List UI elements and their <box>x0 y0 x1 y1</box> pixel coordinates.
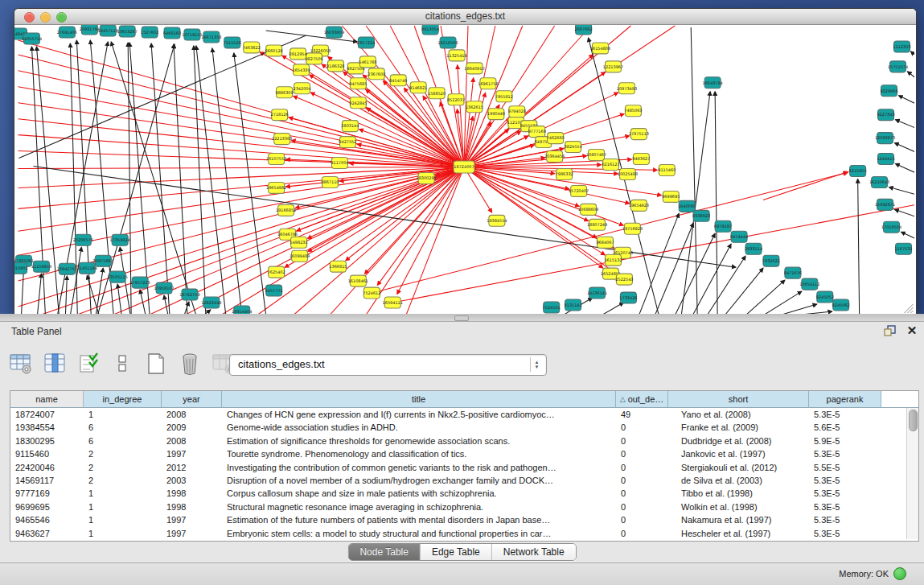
cell-pagerank[interactable]: 5.3E-5 <box>809 501 881 513</box>
selected-node[interactable] <box>529 126 545 138</box>
node[interactable] <box>422 25 438 35</box>
cell-in_degree[interactable]: 2 <box>84 461 162 474</box>
selected-node[interactable] <box>449 50 465 61</box>
table-row[interactable]: 2242004622012Investigating the contribut… <box>10 461 906 474</box>
node[interactable] <box>358 37 374 48</box>
node[interactable] <box>896 243 912 254</box>
edge[interactable] <box>745 280 785 315</box>
edge[interactable] <box>194 46 206 315</box>
cell-year[interactable]: 1997 <box>162 447 222 460</box>
selected-node[interactable] <box>368 68 384 80</box>
cell-year[interactable]: 2008 <box>162 408 222 421</box>
edge[interactable] <box>889 187 914 196</box>
cell-title[interactable]: Embryonic stem cells: a model to study s… <box>222 527 616 540</box>
edge[interactable] <box>65 276 67 315</box>
selected-node[interactable] <box>327 60 343 72</box>
node[interactable] <box>817 291 833 303</box>
close-panel-icon[interactable]: ✕ <box>905 323 919 338</box>
edge[interactable] <box>602 303 624 315</box>
node[interactable] <box>79 262 95 274</box>
cell-in_degree[interactable]: 6 <box>84 435 162 447</box>
table-row[interactable]: 946362711997Embryonic stem cells: a mode… <box>10 527 906 540</box>
node[interactable] <box>833 299 849 311</box>
selected-node[interactable] <box>331 158 347 169</box>
node[interactable] <box>24 33 40 44</box>
node[interactable] <box>100 25 116 36</box>
cell-in_degree[interactable]: 1 <box>84 527 162 540</box>
cell-short[interactable]: Stergiakouli et al. (2012) <box>668 461 809 474</box>
selected-node[interactable] <box>350 275 366 286</box>
cell-in_degree[interactable]: 1 <box>84 513 162 526</box>
cell-name[interactable]: 9115460 <box>10 447 84 460</box>
selected-node[interactable] <box>618 83 634 94</box>
column-visibility-icon[interactable] <box>42 352 68 376</box>
edge[interactable] <box>19 35 306 159</box>
edge[interactable] <box>895 209 914 218</box>
new-table-icon[interactable] <box>143 352 169 376</box>
node[interactable] <box>156 282 172 294</box>
selected-node[interactable] <box>244 42 260 53</box>
selected-node[interactable] <box>603 159 619 171</box>
edge[interactable] <box>692 244 731 315</box>
column-header-year[interactable]: year <box>162 391 222 408</box>
edge[interactable] <box>234 53 266 315</box>
cell-out_de[interactable]: 49 <box>616 408 668 421</box>
cell-name[interactable]: 19384554 <box>10 421 84 434</box>
selected-node[interactable] <box>663 191 679 202</box>
node[interactable] <box>164 27 180 39</box>
selected-node[interactable] <box>390 75 406 86</box>
cell-title[interactable]: Disruption of a novel member of a sodium… <box>222 474 616 487</box>
edge[interactable] <box>174 44 187 315</box>
node[interactable] <box>704 77 721 89</box>
resize-grip-icon[interactable] <box>910 311 913 313</box>
selected-node[interactable] <box>480 78 496 89</box>
cell-pagerank[interactable]: 5.5E-5 <box>809 461 881 474</box>
table-chooser-dropdown[interactable]: citations_edges.txt ▲▼ <box>229 354 547 376</box>
cell-short[interactable]: Jankovic et al. (1997) <box>668 447 809 460</box>
selected-node[interactable] <box>410 82 426 93</box>
selected-node[interactable] <box>454 161 474 173</box>
select-rows-icon[interactable] <box>76 352 101 376</box>
cell-year[interactable]: 1998 <box>162 501 222 513</box>
selected-node[interactable] <box>359 56 376 68</box>
selected-node[interactable] <box>589 219 606 230</box>
node[interactable] <box>142 27 158 38</box>
cell-name[interactable]: 22420046 <box>10 461 84 474</box>
cell-in_degree[interactable]: 1 <box>84 487 162 500</box>
column-header-short[interactable]: short <box>668 391 809 408</box>
selected-node[interactable] <box>466 101 483 113</box>
selected-node[interactable] <box>466 63 483 74</box>
selected-edge[interactable] <box>18 135 464 167</box>
selected-node[interactable] <box>292 250 308 262</box>
edge[interactable] <box>22 268 24 315</box>
node[interactable] <box>59 27 75 38</box>
edge[interactable] <box>266 31 358 42</box>
cell-year[interactable]: 2008 <box>162 435 222 447</box>
panel-resize-divider[interactable] <box>0 314 924 322</box>
edge[interactable] <box>140 290 146 315</box>
edge[interactable] <box>899 96 915 106</box>
cell-name[interactable]: 9699695 <box>10 501 84 513</box>
edge[interactable] <box>725 268 763 315</box>
vertical-scrollbar[interactable] <box>906 408 918 539</box>
cell-pagerank[interactable]: 5.9E-5 <box>809 435 881 447</box>
edge[interactable] <box>896 164 914 175</box>
selected-node[interactable] <box>496 91 512 102</box>
cell-title[interactable]: Genome-wide association studies in ADHD. <box>222 421 616 434</box>
cell-title[interactable]: Estimation of the future numbers of pati… <box>222 513 616 526</box>
resize-grip-icon[interactable] <box>907 307 913 313</box>
selected-edge[interactable] <box>464 26 495 167</box>
selected-edge[interactable] <box>18 167 464 188</box>
selected-node[interactable] <box>350 78 366 89</box>
node[interactable] <box>679 200 695 212</box>
node[interactable] <box>890 61 906 72</box>
cell-year[interactable]: 1997 <box>162 513 222 526</box>
column-header-in_degree[interactable]: in_degree <box>84 391 162 408</box>
node[interactable] <box>565 299 581 311</box>
node[interactable] <box>620 292 636 303</box>
selected-edge[interactable] <box>41 167 464 315</box>
selected-node[interactable] <box>448 94 464 105</box>
node[interactable] <box>203 297 220 308</box>
cell-short[interactable]: de Silva et al. (2003) <box>668 474 809 487</box>
cell-name[interactable]: 9777169 <box>10 487 84 500</box>
